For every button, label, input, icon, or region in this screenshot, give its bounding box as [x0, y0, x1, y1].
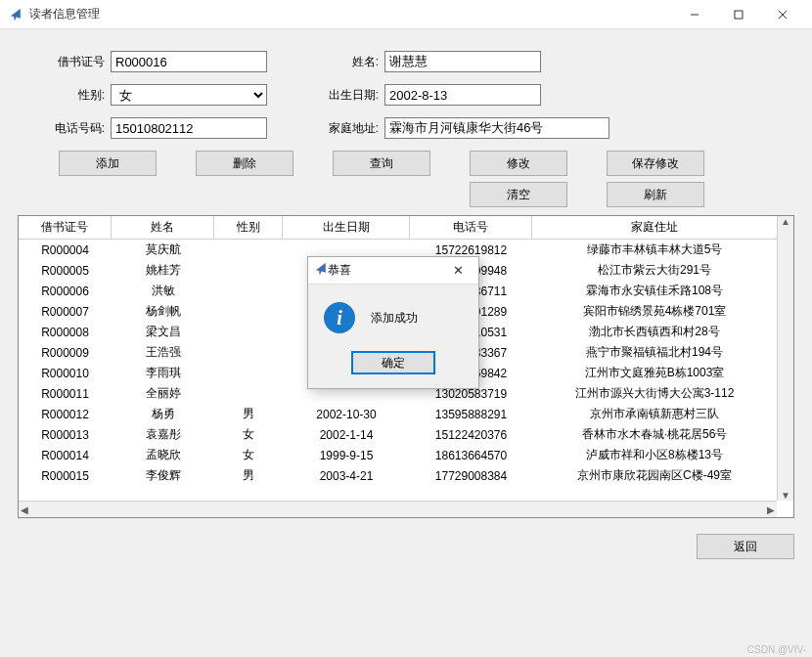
title-bar: 读者信息管理: [0, 0, 812, 29]
info-icon: i: [324, 302, 355, 333]
watermark: CSDN @VIV-: [747, 644, 806, 655]
scroll-down-icon[interactable]: ▼: [781, 490, 790, 501]
dialog-title: 恭喜: [328, 262, 443, 279]
table-cell: 袁嘉彤: [112, 426, 214, 443]
table-cell: 宾阳市锦绣景苑4栋楼701室: [532, 303, 777, 320]
table-cell: 燕宁市聚福镇福北村194号: [532, 344, 777, 361]
addr-input[interactable]: [384, 117, 609, 139]
gender-label: 性别:: [18, 87, 111, 104]
table-cell: R000014: [19, 449, 112, 462]
card-input[interactable]: [111, 51, 267, 72]
table-cell: R000010: [19, 367, 112, 380]
table-cell: 15722619812: [410, 243, 532, 257]
table-cell: 洪敏: [112, 283, 214, 299]
th-phone[interactable]: 电话号: [410, 216, 532, 239]
birth-input[interactable]: [384, 84, 541, 106]
query-button[interactable]: 查询: [333, 151, 430, 176]
table-cell: 男: [214, 406, 283, 422]
table-cell: 李俊辉: [112, 467, 214, 484]
table-cell: 全丽婷: [112, 385, 214, 402]
table-cell: 1999-9-15: [283, 449, 410, 462]
table-cell: 泸威市祥和小区8栋楼13号: [532, 447, 777, 463]
table-cell: R000006: [19, 285, 112, 298]
table-cell: 京州市康欣花园南区C楼-49室: [532, 467, 777, 484]
table-cell: R000004: [19, 243, 112, 257]
table-row[interactable]: R000015李俊辉男2003-4-2117729008384京州市康欣花园南区…: [19, 465, 793, 486]
table-cell: 莫庆航: [112, 241, 214, 258]
app-icon: [8, 7, 23, 22]
modify-button[interactable]: 修改: [470, 151, 567, 176]
save-button[interactable]: 保存修改: [607, 151, 704, 176]
table-cell: R000012: [19, 408, 112, 421]
gender-select[interactable]: 女: [111, 84, 267, 106]
addr-label: 家庭地址:: [316, 120, 384, 137]
table-cell: 男: [214, 467, 283, 484]
scroll-right-icon[interactable]: ▶: [767, 504, 775, 515]
dialog-ok-button[interactable]: 确定: [351, 351, 435, 374]
name-input[interactable]: [384, 51, 541, 72]
table-cell: R000007: [19, 305, 112, 319]
table-cell: R000013: [19, 428, 112, 442]
th-gender[interactable]: 性别: [214, 216, 283, 239]
table-cell: R000008: [19, 326, 112, 339]
dialog-app-icon: [314, 262, 328, 279]
window-title: 读者信息管理: [29, 6, 672, 22]
vertical-scrollbar[interactable]: ▲ ▼: [777, 216, 793, 501]
svg-rect-1: [735, 11, 743, 19]
success-dialog: 恭喜 ✕ i 添加成功 确定: [307, 256, 479, 389]
table-cell: 李雨琪: [112, 365, 214, 381]
table-cell: R000011: [19, 387, 112, 401]
table-cell: 王浩强: [112, 344, 214, 361]
back-button[interactable]: 返回: [697, 534, 794, 559]
scroll-up-icon[interactable]: ▲: [781, 216, 790, 227]
table-cell: 姚桂芳: [112, 262, 214, 279]
table-cell: 杨剑帆: [112, 303, 214, 320]
card-label: 借书证号: [18, 54, 111, 70]
dialog-message: 添加成功: [371, 310, 418, 327]
phone-input[interactable]: [111, 117, 267, 139]
table-cell: 京州市承南镇新惠村三队: [532, 406, 777, 422]
table-row[interactable]: R000013袁嘉彤女2002-1-1415122420376香林市水木春城·桃…: [19, 424, 793, 445]
table-cell: 18613664570: [410, 449, 532, 462]
table-cell: 17729008384: [410, 469, 532, 483]
table-cell: 渤北市长西镇西和村28号: [532, 324, 777, 340]
table-cell: 江州市文庭雅苑B栋1003室: [532, 365, 777, 381]
table-cell: 杨勇: [112, 406, 214, 422]
table-cell: R000005: [19, 264, 112, 278]
th-addr[interactable]: 家庭住址: [532, 216, 777, 239]
table-cell: 梁文昌: [112, 324, 214, 340]
table-row[interactable]: R000012杨勇男2002-10-3013595888291京州市承南镇新惠村…: [19, 404, 793, 424]
table-cell: 2002-10-30: [283, 408, 410, 421]
table-cell: 霖海市永安镇佳禾路108号: [532, 283, 777, 299]
horizontal-scrollbar[interactable]: ◀ ▶: [19, 501, 777, 517]
table-cell: R000009: [19, 346, 112, 360]
scroll-left-icon[interactable]: ◀: [21, 504, 28, 515]
th-birth[interactable]: 出生日期: [283, 216, 410, 239]
th-card[interactable]: 借书证号: [19, 216, 112, 239]
table-cell: 孟晓欣: [112, 447, 214, 463]
birth-label: 出生日期:: [316, 87, 384, 104]
table-cell: 13595888291: [410, 408, 532, 421]
close-button[interactable]: [760, 0, 804, 29]
table-cell: 15122420376: [410, 428, 532, 442]
table-cell: 绿藤市丰林镇丰林大道5号: [532, 241, 777, 258]
table-cell: 女: [214, 426, 283, 443]
table-header: 借书证号 姓名 性别 出生日期 电话号 家庭住址: [19, 216, 793, 240]
table-cell: R000015: [19, 469, 112, 483]
table-cell: 2003-4-21: [283, 469, 410, 483]
table-cell: 女: [214, 447, 283, 463]
maximize-button[interactable]: [716, 0, 760, 29]
table-cell: 2002-1-14: [283, 428, 410, 442]
minimize-button[interactable]: [672, 0, 716, 29]
th-name[interactable]: 姓名: [112, 216, 214, 239]
window-controls: [672, 0, 804, 29]
table-cell: 香林市水木春城·桃花居56号: [532, 426, 777, 443]
clear-button[interactable]: 清空: [470, 182, 567, 207]
dialog-close-button[interactable]: ✕: [443, 263, 473, 278]
delete-button[interactable]: 删除: [196, 151, 293, 176]
table-row[interactable]: R000014孟晓欣女1999-9-1518613664570泸威市祥和小区8栋…: [19, 445, 793, 465]
refresh-button[interactable]: 刷新: [607, 182, 704, 207]
add-button[interactable]: 添加: [59, 151, 157, 176]
table-cell: 江州市源兴大街博大公寓3-112: [532, 385, 777, 402]
name-label: 姓名:: [316, 54, 384, 70]
